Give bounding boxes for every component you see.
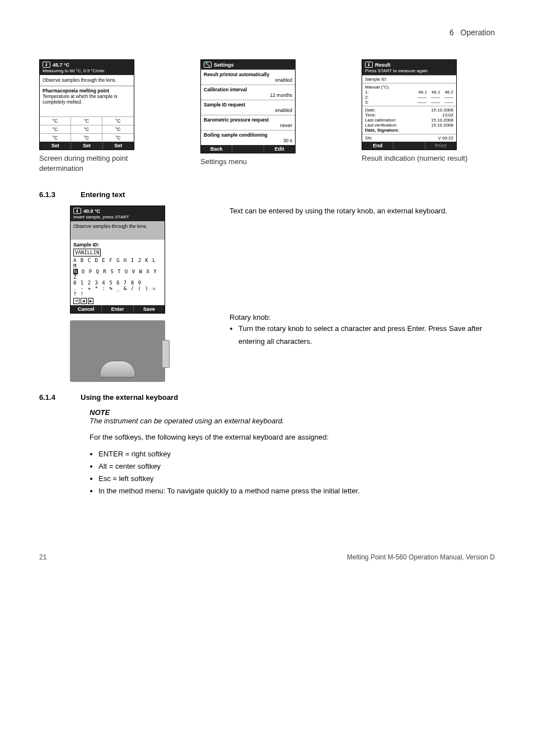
sample-id-label: Sample ID: [73, 242, 100, 248]
settings-screen: 🔧 Settings Result printout automatically… [200, 59, 296, 153]
setting-row[interactable]: Result printout automatically enabled [201, 69, 295, 85]
wrench-icon: 🔧 [204, 62, 212, 68]
charset-row[interactable]: A B C D E F G H I J K L M [71, 258, 165, 269]
melting-sub: Measuring to 60 °C, 0.5 °C/min [43, 68, 131, 73]
softkey-list: ENTER = right softkey Alt = center softk… [99, 448, 495, 497]
list-item: In the method menu: To navigate quickly … [99, 485, 495, 497]
list-item: Alt = center softkey [99, 460, 495, 473]
setting-row[interactable]: Boiling sample conditioning 30 s [201, 130, 295, 145]
page-header: 6 Operation [39, 28, 495, 37]
mp-desc: Temperature at which the sample is compl… [43, 94, 131, 105]
softkeys-intro: For the softkeys, the following keys of … [90, 432, 495, 443]
rotary-knob-image [70, 320, 165, 382]
section-6-1-4: 6.1.4 Using the external keyboard [39, 393, 495, 402]
setting-row[interactable]: Sample ID request enabled [201, 100, 295, 115]
set-button[interactable]: Set [40, 142, 71, 150]
page-number: 21 [39, 553, 46, 561]
chapter-number: 6 [449, 28, 454, 37]
left-arrow-icon[interactable]: ◀ [81, 298, 87, 304]
rotary-knob-bullet: Turn the rotary knob to select a charact… [238, 323, 495, 347]
list-item: ENTER = right softkey [99, 448, 495, 460]
melting-temp: 45.7 °C [53, 62, 69, 68]
print-button[interactable]: Print [425, 142, 456, 150]
thermometer-icon: 🌡 [365, 62, 373, 68]
right-arrow-icon[interactable]: ▶ [88, 298, 94, 304]
page-footer: 21 Melting Point M-560 Operation Manual,… [39, 553, 495, 561]
charset-row[interactable]: 0 1 2 3 4 5 6 7 8 9 [71, 280, 165, 286]
doc-title: Melting Point M-560 Operation Manual, Ve… [347, 553, 495, 561]
enter-button[interactable]: Enter [102, 305, 133, 313]
rotary-knob-heading: Rotary knob: [229, 312, 495, 323]
settings-title: Settings [214, 62, 234, 68]
note-label: NOTE [90, 408, 495, 417]
result-screen: 🌡 Result Press START to measure again Sa… [362, 59, 457, 150]
back-button[interactable]: Back [201, 145, 232, 153]
thermometer-icon: 🌡 [43, 62, 50, 68]
save-button[interactable]: Save [134, 305, 165, 313]
chapter-title: Operation [461, 28, 495, 37]
temp-grid: °C°C°C °C°C°C °C°C°C [40, 116, 134, 142]
setting-row[interactable]: Barometric pressure request never [201, 115, 295, 130]
sample-id-input[interactable]: VANILLIN [73, 249, 101, 256]
backspace-icon[interactable]: ⌫ [73, 298, 79, 304]
mp-title: Pharmacopoeia melting point [43, 88, 131, 94]
melting-screen: 🌡 45.7 °C Measuring to 60 °C, 0.5 °C/min… [39, 59, 134, 150]
end-button[interactable]: End [362, 142, 394, 150]
setting-row[interactable]: Calibration interval 12 months [201, 85, 295, 100]
note-text: The instrument can be operated using an … [90, 417, 495, 425]
nav-icons[interactable]: ⌫ ◀ ▶ [71, 297, 165, 305]
text-entry-intro: Text can be entered by using the rotary … [229, 206, 495, 217]
edit-button[interactable]: Edit [264, 145, 295, 153]
charset-row[interactable]: . - + * : % _ & / ( ) = ? ! [71, 286, 165, 297]
cancel-button[interactable]: Cancel [71, 305, 102, 313]
result-caption: Result indication (numeric result) [362, 153, 495, 164]
set-button[interactable]: Set [103, 142, 134, 150]
result-sub: Press START to measure again [365, 68, 453, 73]
text-entry-screen: 🌡 40.0 °C Insert sample, press START Obs… [70, 206, 165, 314]
charset-row[interactable]: N O P Q R S T U V W X Y Z [71, 269, 165, 280]
section-6-1-3: 6.1.3 Entering text [39, 190, 495, 199]
result-title: Result [375, 62, 391, 68]
textentry-temp: 40.0 °C [83, 208, 100, 214]
screenshot-row: 🌡 45.7 °C Measuring to 60 °C, 0.5 °C/min… [39, 59, 495, 174]
set-button[interactable]: Set [71, 142, 102, 150]
list-item: Esc = left softkey [99, 473, 495, 485]
melting-caption: Screen during melting point determinatio… [39, 153, 172, 174]
settings-caption: Settings menu [200, 157, 334, 167]
melting-observe: Observe samples through the lens. [40, 75, 134, 86]
thermometer-icon: 🌡 [73, 208, 81, 214]
